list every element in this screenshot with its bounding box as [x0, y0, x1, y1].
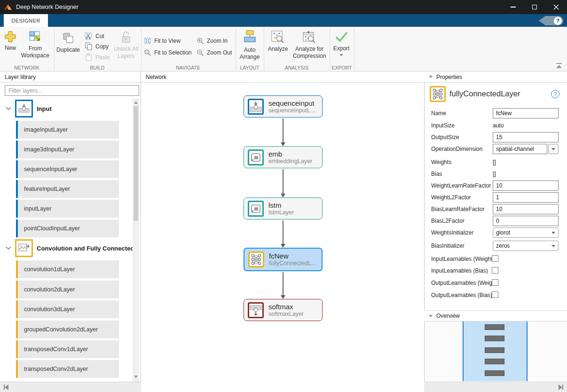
outputlearnables-weights-checkbox[interactable]	[492, 279, 498, 286]
input-category-icon	[15, 100, 33, 118]
filter-layers-input[interactable]	[5, 85, 139, 96]
cut-button[interactable]: Cut	[85, 32, 104, 40]
lib-item-inputLayer[interactable]: inputLayer	[16, 200, 119, 218]
outputsize-input[interactable]	[493, 132, 559, 142]
network-header: Network	[141, 71, 424, 83]
analyze-button[interactable]: Analyze	[266, 31, 290, 53]
layer-help-button[interactable]: ?	[551, 90, 559, 98]
embedding-layer-icon	[248, 149, 264, 165]
collapse-overview-icon	[429, 315, 433, 317]
collapse-left-panel-icon	[4, 384, 8, 390]
lib-item-pointCloudInputLayer[interactable]: pointCloudInputLayer	[16, 220, 119, 237]
scroll-up-icon[interactable]	[134, 101, 138, 104]
lib-item-convolution1dLayer[interactable]: convolution1dLayer	[16, 260, 119, 278]
operationdimension-dropdown-button[interactable]	[548, 144, 559, 154]
section-export-label: EXPORT	[323, 65, 361, 71]
prop-row-weights: Weights	[431, 157, 563, 167]
fit-to-selection-button[interactable]: Fit to Selection	[144, 49, 191, 56]
section-analysis-label: ANALYSIS	[278, 65, 315, 71]
chevron-down-icon	[551, 245, 555, 247]
copy-button[interactable]: Copy	[85, 42, 109, 50]
biasinitializer-select[interactable]: zeros	[493, 241, 559, 251]
analyze-for-compression-button[interactable]: Analyze for Compression	[291, 31, 328, 60]
collapse-ribbon-button[interactable]	[555, 63, 563, 70]
help-button[interactable]: ?	[539, 16, 563, 25]
edge-arrowhead	[281, 295, 285, 299]
tab-designer-label: DESIGNER	[11, 18, 40, 24]
convolution-category-icon	[15, 239, 33, 257]
lib-item-transposedConv2dLayer[interactable]: transposedConv2dLayer	[16, 360, 119, 378]
zoom-in-button[interactable]: Zoom In	[197, 37, 228, 45]
library-scrollbar-thumb[interactable]	[134, 106, 138, 221]
minimize-icon	[511, 7, 516, 8]
node-fcNew[interactable]: fcNew fullyConnectedL...	[244, 248, 323, 271]
chevron-down-icon[interactable]	[6, 246, 11, 250]
section-build-label: BUILD	[79, 65, 116, 71]
category-input-label[interactable]: Input	[37, 105, 52, 112]
fit-to-view-icon	[144, 37, 151, 45]
collapse-properties-icon	[429, 76, 433, 78]
library-collapse-bar[interactable]	[0, 382, 141, 392]
auto-arrange-button[interactable]: Auto Arrange	[236, 30, 263, 61]
lib-item-convolution3dLayer[interactable]: convolution3dLayer	[16, 300, 119, 318]
minimize-button[interactable]	[502, 0, 524, 14]
node-sequenceinput[interactable]: sequenceinput sequenceInputL...	[244, 95, 323, 118]
collapse-ribbon-icon	[556, 63, 562, 64]
chevron-down-icon	[551, 232, 555, 234]
minimap-node	[485, 324, 504, 330]
operationdimension-input[interactable]	[493, 144, 547, 154]
biaslearnratefactor-input[interactable]	[493, 204, 559, 214]
category-convolution-label[interactable]: Convolution and Fully Connected	[37, 245, 134, 252]
analyze-for-compression-icon	[303, 31, 316, 44]
chevron-down-icon[interactable]	[6, 107, 11, 110]
lib-item-transposedConv1dLayer[interactable]: transposedConv1dLayer	[16, 340, 119, 358]
biasl2factor-input[interactable]	[493, 216, 559, 226]
overview-header[interactable]: Overview	[424, 310, 567, 321]
lib-item-groupedConvolution2dLayer[interactable]: groupedConvolution2dLayer	[16, 321, 119, 338]
auto-arrange-icon	[243, 30, 257, 45]
weightsinitializer-select[interactable]: glorot	[493, 227, 559, 238]
zoom-in-icon	[197, 37, 204, 45]
minimap-node	[485, 370, 504, 376]
close-button[interactable]	[545, 0, 567, 14]
name-input[interactable]	[493, 108, 559, 118]
outputlearnables-bias-checkbox[interactable]	[492, 291, 498, 298]
tab-designer[interactable]: DESIGNER	[4, 14, 48, 27]
lib-item-sequenceInputLayer[interactable]: sequenceInputLayer	[16, 160, 119, 178]
node-emb[interactable]: emb embeddingLayer	[244, 146, 323, 168]
overview-title: Overview	[436, 313, 460, 319]
inputlearnables-weights-checkbox[interactable]	[492, 255, 498, 262]
from-workspace-button[interactable]: From Workspace	[17, 31, 54, 59]
fit-to-view-button[interactable]: Fit to View	[144, 37, 181, 45]
duplicate-button[interactable]: Duplicate	[55, 32, 81, 54]
chevron-down-icon	[551, 148, 555, 150]
export-check-icon	[335, 31, 348, 43]
zoom-out-button[interactable]: Zoom Out	[197, 49, 232, 56]
section-network-label: NETWORK	[8, 65, 46, 71]
network-title: Network	[146, 74, 166, 80]
export-button[interactable]: Export	[329, 31, 354, 56]
lib-item-imageInputLayer[interactable]: imageInputLayer	[16, 121, 119, 139]
properties-header[interactable]: Properties	[424, 71, 567, 83]
zoom-out-icon	[197, 49, 204, 56]
properties-collapse-bar[interactable]	[424, 382, 567, 392]
export-dropdown-caret	[339, 54, 343, 56]
lib-item-convolution2dLayer[interactable]: convolution2dLayer	[16, 281, 119, 298]
weightl2factor-input[interactable]	[493, 192, 559, 203]
node-lstm[interactable]: lstm lstmLayer	[244, 197, 323, 220]
edge-sequenceinput-emb	[283, 118, 284, 142]
node-softmax[interactable]: softmax softmaxLayer	[244, 299, 323, 321]
maximize-button[interactable]	[524, 0, 545, 14]
properties-title: Properties	[436, 74, 462, 80]
weightlearnratefactor-input[interactable]	[493, 180, 559, 191]
lib-item-featureInputLayer[interactable]: featureInputLayer	[16, 180, 119, 198]
lib-item-image3dInputLayer[interactable]: image3dInputLayer	[16, 141, 119, 158]
inputlearnables-bias-checkbox[interactable]	[492, 267, 498, 274]
scroll-down-icon[interactable]	[134, 376, 138, 378]
left-panel-divider[interactable]	[141, 71, 141, 392]
from-workspace-icon	[29, 31, 42, 43]
copy-icon	[85, 42, 93, 50]
unlock-all-layers-button[interactable]: Unlock All Layers	[113, 31, 139, 60]
weights-value: []	[493, 159, 496, 165]
paste-button[interactable]: Paste	[85, 53, 110, 61]
